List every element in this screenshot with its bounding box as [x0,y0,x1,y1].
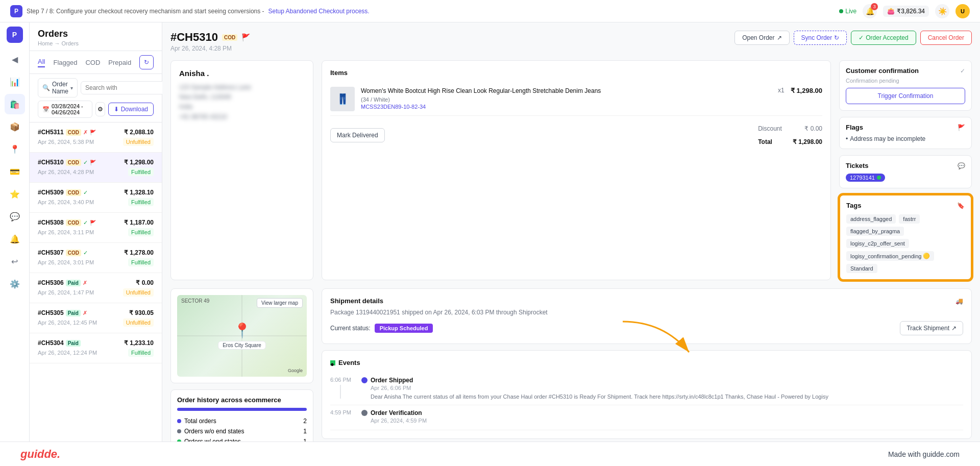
ticket-status-dot [877,176,881,180]
product-image: 👖 [330,87,355,111]
order-item[interactable]: #CH5311 COD ✗ 🚩 ₹ 2,088.10 Apr 26, 2024,… [30,122,162,153]
order-item[interactable]: #CH5310 COD ✓ 🚩 ₹ 1,298.00 Apr 26, 2024,… [30,153,162,183]
item-name: Women's White Bootcut High Rise Clean Lo… [361,87,772,95]
map-sector-label: SECTOR 49 [181,298,209,304]
order-id: #CH5311 [38,129,64,136]
trigger-confirmation-button[interactable]: Trigger Confirmation [846,88,965,104]
shipment-info: Package 1319440021951 shipped on Apr 26,… [330,309,963,316]
event-header: Order Verification [361,409,963,416]
timeline-line [340,385,341,399]
bullet: • [846,135,848,142]
total-label: Total [758,138,772,145]
flags-header: Flags 🚩 [846,124,965,131]
theme-icon[interactable]: ☀️ [935,4,949,18]
cod-tag: COD [66,129,81,136]
flag-item: • Address may be incomplete [846,135,965,142]
discount-label: Discount [758,125,782,132]
sync-order-button[interactable]: Sync Order ↻ [794,31,847,45]
items-title: Items [330,69,822,77]
sidebar: P ◀ 📊 🛍️ 📦 📍 💳 ⭐ 💬 🔔 ↩ ⚙️ [0,22,30,466]
orders-panel: Orders Home → Orders All Flagged COD Pre… [30,22,162,466]
sidebar-notifications[interactable]: 🔔 [5,229,25,249]
search-input[interactable] [81,81,166,94]
notifications-icon[interactable]: 🔔 3 [863,4,877,18]
order-detail-left: #CH5310 COD 🚩 Apr 26, 2024, 4:28 PM [170,31,250,52]
order-status: Fulfilled [128,228,154,236]
order-item[interactable]: #CH5305 Paid ✗ ₹ 930.05 Apr 26, 2024, 12… [30,303,162,333]
sidebar-returns[interactable]: ↩ [5,251,25,272]
tab-all[interactable]: All [38,58,45,67]
tab-cod[interactable]: COD [85,59,100,66]
right-panel: Customer confirmation ✓ Confirmation pen… [839,60,972,280]
events-green-dot: ● [330,360,335,365]
tab-flagged[interactable]: Flagged [53,59,77,66]
item-row: 👖 Women's White Bootcut High Rise Clean … [330,83,822,116]
google-watermark: Google [288,366,303,374]
refresh-button[interactable]: ↻ [139,55,154,69]
sidebar-chat[interactable]: 💬 [5,206,25,227]
order-badges: #CH5311 COD ✗ 🚩 [38,129,96,136]
flag-icon: 🚩 [90,220,96,226]
order-date: Apr 26, 2024, 3:01 PM [38,259,94,265]
bookmark-icon: 🔖 [957,202,965,209]
history-row-label: Orders w/ end states [177,438,241,442]
history-row: Orders w/ end states 1 [177,436,307,442]
order-item[interactable]: #CH5307 COD ✓ ₹ 1,278.00 Apr 26, 2024, 3… [30,243,162,273]
status-group: Current status: Pickup Scheduled [330,324,433,333]
sidebar-analytics[interactable]: 📊 [5,71,25,92]
end-states-count: 1 [303,438,307,442]
banner-link[interactable]: Setup Abandoned Checkout process. [268,8,370,15]
check-icon: ✓ [83,250,88,256]
event-title: Order Shipped [371,377,413,384]
event-time: 6:06 PM [330,377,351,383]
order-item[interactable]: #CH5308 COD ✓ 🚩 ₹ 1,187.00 Apr 26, 2024,… [30,213,162,243]
sidebar-collapse[interactable]: ◀ [5,49,25,69]
order-badges: #CH5307 COD ✓ [38,249,88,256]
sidebar-settings[interactable]: ⚙️ [5,274,25,294]
date-filter[interactable]: 📅 03/28/2024 - 04/26/2024 [38,101,92,118]
event-text: Dear Anisha The current status of all it… [361,393,963,401]
order-item[interactable]: #CH5306 Paid ✗ ₹ 0.00 Apr 26, 2024, 1:47… [30,273,162,303]
sidebar-location[interactable]: 📍 [5,139,25,159]
open-order-button[interactable]: Open Order ↗ [734,31,789,45]
confirmation-status: Confirmation pending [846,78,965,84]
order-badges: #CH5306 Paid ✗ [38,279,87,286]
mark-delivered-button[interactable]: Mark Delivered [330,128,385,142]
order-detail-cod-tag: COD [222,34,237,41]
cancel-order-button[interactable]: Cancel Order [920,31,972,45]
sidebar-payments[interactable]: 💳 [5,161,25,182]
sidebar-favorites[interactable]: ⭐ [5,184,25,204]
shipment-status-row: Current status: Pickup Scheduled Track S… [330,321,963,335]
sidebar-products[interactable]: 📦 [5,116,25,137]
search-icon: 🔍 [42,84,50,91]
user-avatar[interactable]: U [955,4,970,18]
order-detail-id: #CH5310 [170,31,218,44]
orders-title: Orders [38,29,154,39]
view-larger-map-button[interactable]: View larger map [257,298,303,308]
order-amount: ₹ 1,233.10 [124,339,154,347]
shipment-header: Shipment details 🚚 [330,297,963,305]
paid-tag: Paid [66,310,81,316]
discount-row: Discount ₹ 0.00 [758,122,822,135]
order-accepted-button[interactable]: ✓ Order Accepted [851,31,916,45]
track-shipment-button[interactable]: Track Shipment ↗ [900,321,963,335]
order-badges: #CH5309 COD ✓ [38,189,88,196]
flag-icon: 🚩 [241,33,250,41]
sidebar-logo: P [7,27,23,43]
flag-icon: 🚩 [90,160,96,165]
sidebar-orders[interactable]: 🛍️ [5,94,25,114]
order-amount: ₹ 1,187.00 [124,219,154,226]
item-sku: MCSS23DEN89-10-82-34 [361,104,772,110]
tab-prepaid[interactable]: Prepaid [108,59,131,66]
history-dot [177,429,181,433]
order-item[interactable]: #CH5304 Paid ₹ 1,233.10 Apr 26, 2024, 12… [30,333,162,363]
download-button[interactable]: ⬇ Download [108,103,154,116]
orders-panel-header: Orders Home → Orders [30,22,162,51]
filter-icon-button[interactable]: ⚙ [95,102,105,116]
history-row-label: Total orders [177,418,216,425]
order-item[interactable]: #CH5309 COD ✓ ₹ 1,328.10 Apr 26, 2024, 3… [30,183,162,213]
top-cards-row: Anisha . 123 Sample Address Lane New Del… [170,60,972,280]
wallet-balance[interactable]: 👛 ₹3,826.34 [883,6,929,17]
order-id: #CH5306 [38,279,64,286]
bottom-row: 📍 Eros City Square SECTOR 49 View larger… [170,288,972,442]
